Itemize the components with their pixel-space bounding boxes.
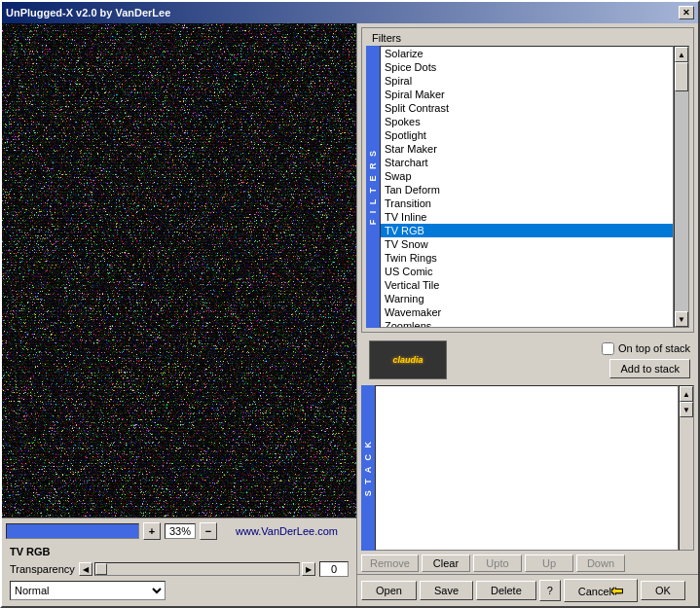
remove-button[interactable]: Remove bbox=[361, 554, 419, 572]
filter-item[interactable]: Spokes bbox=[381, 115, 673, 128]
cancel-cursor: ⬅ bbox=[611, 583, 623, 598]
filters-listbox[interactable]: SolarizeSpice DotsSpiralSpiral MakerSpli… bbox=[380, 46, 674, 328]
transparency-row: Transparency ◀ ▶ 0 bbox=[6, 559, 352, 579]
filter-item[interactable]: Transition bbox=[381, 197, 673, 210]
cancel-button[interactable]: Cancel⬅ bbox=[564, 579, 638, 602]
filters-sidebar: F I L T E R S bbox=[366, 46, 380, 328]
save-button[interactable]: Save bbox=[420, 581, 473, 600]
main-content: + 33% − www.VanDerLee.com TV RGB Transpa… bbox=[2, 23, 698, 606]
filter-item[interactable]: TV RGB bbox=[381, 224, 673, 237]
filter-item[interactable]: Split Contrast bbox=[381, 101, 673, 115]
open-button[interactable]: Open bbox=[361, 581, 417, 600]
stack-scroll-up[interactable]: ▲ bbox=[680, 386, 693, 402]
stack-header-row: claudia On top of stack Add to stack bbox=[357, 337, 698, 383]
zoom-row: + 33% − www.VanDerLee.com bbox=[6, 522, 352, 540]
filter-item[interactable]: US Comic bbox=[381, 265, 673, 278]
filter-item[interactable]: Twin Rings bbox=[381, 251, 673, 265]
filters-group: Filters F I L T E R S SolarizeSpice Dots… bbox=[361, 27, 694, 333]
stack-sidebar-text: S T A C K bbox=[363, 440, 373, 496]
on-top-checkbox[interactable] bbox=[602, 342, 614, 355]
transparency-label: Transparency bbox=[10, 563, 75, 575]
filter-item[interactable]: TV Inline bbox=[381, 210, 673, 224]
filter-item[interactable]: Spotlight bbox=[381, 128, 673, 142]
filter-item[interactable]: Starchart bbox=[381, 156, 673, 169]
on-top-checkbox-container: On top of stack bbox=[602, 342, 690, 355]
track-left-arrow[interactable]: ◀ bbox=[79, 562, 92, 576]
title-bar-buttons: ✕ bbox=[679, 6, 694, 19]
track-value: 0 bbox=[319, 561, 349, 577]
delete-button[interactable]: Delete bbox=[476, 581, 536, 600]
preview-area bbox=[2, 23, 356, 518]
on-top-label: On top of stack bbox=[618, 342, 690, 354]
zoom-minus-button[interactable]: − bbox=[200, 522, 217, 540]
stack-sidebar: S T A C K bbox=[361, 385, 375, 551]
filter-item[interactable]: Warning bbox=[381, 292, 673, 305]
down-button[interactable]: Down bbox=[576, 554, 625, 572]
action-buttons-row: Remove Clear Upto Up Down bbox=[357, 553, 698, 574]
filter-item[interactable]: Solarize bbox=[381, 47, 673, 60]
clear-button[interactable]: Clear bbox=[422, 554, 470, 572]
track-bar[interactable] bbox=[94, 562, 300, 576]
current-filter-label: TV RGB bbox=[6, 544, 352, 559]
filter-item[interactable]: Spiral Maker bbox=[381, 88, 673, 101]
blend-mode-row: Normal Dissolve Multiply Screen Overlay bbox=[6, 579, 352, 602]
window-title: UnPlugged-X v2.0 by VanDerLee bbox=[6, 7, 170, 18]
zoom-slider[interactable] bbox=[6, 523, 139, 539]
add-to-stack-button[interactable]: Add to stack bbox=[609, 359, 690, 378]
ok-button[interactable]: OK bbox=[641, 581, 685, 600]
filter-item[interactable]: Spiral bbox=[381, 74, 673, 88]
scroll-down-button[interactable]: ▼ bbox=[675, 311, 688, 327]
stack-controls-right: On top of stack Add to stack bbox=[602, 342, 690, 378]
scroll-up-button[interactable]: ▲ bbox=[675, 47, 688, 62]
filter-item[interactable]: TV Snow bbox=[381, 237, 673, 251]
title-bar: UnPlugged-X v2.0 by VanDerLee ✕ bbox=[2, 2, 698, 23]
stack-list[interactable] bbox=[375, 385, 679, 551]
zoom-value: 33% bbox=[165, 523, 196, 539]
track-thumb[interactable] bbox=[95, 563, 107, 575]
stack-area: S T A C K ▲ ▼ bbox=[361, 385, 694, 551]
filter-item[interactable]: Spice Dots bbox=[381, 60, 673, 74]
stack-scroll-down[interactable]: ▼ bbox=[680, 402, 693, 417]
filter-item[interactable]: Zoomlens bbox=[381, 319, 673, 328]
main-window: UnPlugged-X v2.0 by VanDerLee ✕ + 33% − … bbox=[0, 0, 700, 608]
filters-sidebar-text: F I L T E R S bbox=[368, 149, 378, 225]
final-buttons-row: Open Save Delete ? Cancel⬅ OK bbox=[357, 574, 698, 606]
filters-legend: Filters bbox=[370, 32, 403, 44]
logo-and-add: claudia bbox=[365, 339, 451, 381]
filter-item[interactable]: Wavemaker bbox=[381, 305, 673, 319]
filter-item[interactable]: Swap bbox=[381, 169, 673, 183]
scroll-thumb[interactable] bbox=[675, 62, 688, 91]
zoom-plus-button[interactable]: + bbox=[143, 522, 161, 540]
up-button[interactable]: Up bbox=[525, 554, 573, 572]
filters-list-container: F I L T E R S SolarizeSpice DotsSpiralSp… bbox=[366, 46, 689, 328]
logo-box: claudia bbox=[369, 340, 447, 379]
track-right-arrow[interactable]: ▶ bbox=[302, 562, 315, 576]
help-button[interactable]: ? bbox=[539, 580, 561, 601]
filter-item[interactable]: Vertical Tile bbox=[381, 278, 673, 292]
blend-mode-select[interactable]: Normal Dissolve Multiply Screen Overlay bbox=[10, 581, 166, 600]
filters-scrollbar[interactable]: ▲ ▼ bbox=[674, 46, 689, 328]
url-text: www.VanDerLee.com bbox=[221, 525, 352, 537]
logo-text: claudia bbox=[392, 355, 423, 365]
upto-button[interactable]: Upto bbox=[473, 554, 522, 572]
right-panel: Filters F I L T E R S SolarizeSpice Dots… bbox=[357, 23, 698, 606]
filter-item[interactable]: Tan Deform bbox=[381, 183, 673, 197]
stack-scrollbar[interactable]: ▲ ▼ bbox=[679, 385, 694, 551]
left-panel: + 33% − www.VanDerLee.com TV RGB Transpa… bbox=[2, 23, 357, 606]
close-button[interactable]: ✕ bbox=[679, 6, 694, 19]
filter-item[interactable]: Star Maker bbox=[381, 142, 673, 156]
scroll-thumb-area[interactable] bbox=[675, 62, 688, 311]
preview-canvas bbox=[2, 23, 356, 518]
bottom-controls: + 33% − www.VanDerLee.com TV RGB Transpa… bbox=[2, 518, 356, 606]
transparency-track: ◀ ▶ bbox=[79, 562, 315, 576]
